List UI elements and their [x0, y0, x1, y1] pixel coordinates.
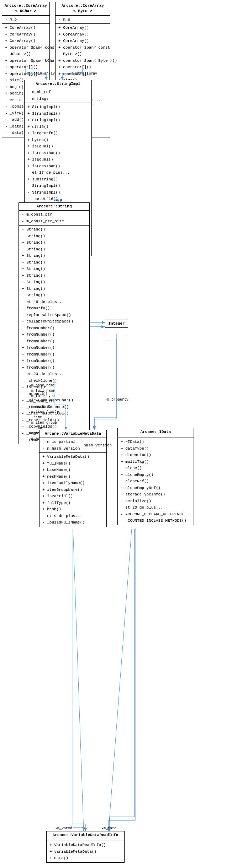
member: - _buildFullName() [41, 519, 105, 526]
member: + fromNumber() [21, 358, 88, 364]
box-corearray-uchar-fields: - m_p [2, 16, 49, 24]
member: + isPartial() [41, 493, 105, 500]
box-corearray-uchar-title: Arccore::CoreArray < UChar > [2, 2, 49, 16]
member: + dataType() [120, 445, 192, 452]
member: + CoreArray() [57, 25, 108, 31]
member: - m_p [4, 16, 48, 23]
member: + VariableMetaData() [41, 454, 105, 460]
member: + CoreArray() [4, 31, 48, 38]
box-arcstring-title: Arccore::String [19, 203, 89, 211]
member: + CoreArray() [4, 25, 48, 31]
box-stringimpl-title: Arccore::StringImpl [25, 80, 91, 88]
member: + String() [21, 292, 88, 299]
box-variable-data-read-info: Arcane::VariableDataReadInfo + VariableD… [46, 831, 125, 863]
svg-marker-13 [93, 426, 96, 430]
member: + cloneEmpty() [120, 472, 192, 478]
member: + operator Span< Byte >() [57, 58, 108, 64]
member: - m_flags [26, 96, 90, 102]
member: + multiTag() [120, 459, 192, 465]
member: + itemGroupName() [41, 487, 105, 493]
member: + fromNumber() [21, 338, 88, 345]
member: et 17 de plus... [26, 169, 90, 176]
member: + String() [21, 272, 88, 279]
member: + serialize() [120, 498, 192, 505]
svg-marker-21 [93, 427, 96, 430]
member: + meshName() [41, 473, 105, 480]
member: + CoreArray() [57, 31, 108, 38]
member: + dimension() [120, 452, 192, 459]
member: + storageTypeInfo() [120, 491, 192, 498]
box-variable-data-read-info-title: Arcane::VariableDataReadInfo [47, 831, 124, 839]
box-arcstring-fields: - m_const_ptr - m_const_ptr_size [19, 211, 89, 226]
diagram-container: Arccore::CoreArray < UChar > - m_p + Cor… [0, 0, 237, 868]
member: et 20 de plus... [120, 504, 192, 511]
member: + String() [21, 253, 88, 259]
member: + String() [21, 226, 88, 233]
member: + cloneEmptyRef() [120, 485, 192, 492]
box-variable-metadata-title: Arcane::VariableMetaData [40, 430, 106, 438]
member: + String() [21, 286, 88, 292]
svg-marker-20 [102, 321, 105, 324]
member: + isEqual() [26, 156, 90, 163]
member: + hash() [41, 506, 105, 513]
svg-line-6 [73, 529, 84, 831]
label-mp-string: -m_p [53, 198, 62, 202]
member: + fullType() [41, 500, 105, 506]
box-stringimpl-fields: - m_nb_ref - m_flags [25, 88, 91, 103]
member: + StringImpl() [26, 117, 90, 124]
member: Byte >() [57, 51, 108, 58]
hash-version-text: hash version [84, 443, 112, 447]
member: + data() [48, 855, 122, 862]
label-m-data: -m_data [101, 826, 116, 830]
box-variable-metadata-methods: + VariableMetaData() + fullName() + base… [40, 453, 106, 527]
member: + fromNumber() [21, 364, 88, 371]
member: + variableMetaData() [48, 848, 122, 855]
svg-marker-12 [101, 325, 105, 328]
member: + fromNumber() [21, 351, 88, 358]
member: + collapseWhiteSpace() [21, 318, 88, 325]
member: + fromNumber() [21, 325, 88, 332]
member: + CoreArray() [57, 38, 108, 44]
box-corearray-byte-title: Arccore::CoreArray< Byte > [56, 2, 110, 16]
member: _COUNTED_INCLASS_METHODS() [120, 517, 192, 524]
member: + baseName() [41, 467, 105, 473]
member: + StringImpl() [26, 110, 90, 117]
member: + itemFamilyName() [41, 480, 105, 487]
member: + String() [21, 279, 88, 286]
member: + VariableDataReadInfo() [48, 842, 122, 848]
member: + CoreArray() [4, 38, 48, 44]
label-utf16-array: -m_utf16_array [25, 72, 55, 76]
label-utf8-array: -m_utf8_array [69, 72, 97, 76]
box-variable-data-read-info-methods: + VariableDataReadInfo() + variableMetaD… [47, 841, 124, 862]
member: + operator Span< UChar >() [4, 58, 48, 64]
box-idata-title: Arcane::IData [118, 428, 194, 436]
member: + fromUtf8() [21, 305, 88, 312]
member: + String() [21, 259, 88, 266]
member: - m_p [57, 16, 108, 23]
box-corearray-byte-fields: - m_p [56, 16, 110, 24]
member: et 20 de plus... [21, 371, 88, 378]
box-integer-empty [105, 328, 128, 338]
member: - StringImpl() [26, 183, 90, 189]
label-m-property: -m_property [105, 398, 128, 402]
box-idata: Arcane::IData + ~IData() + dataType() + … [117, 428, 194, 525]
member: + ~IData() [120, 439, 192, 445]
member: UChar >() [4, 51, 48, 58]
member: - m_const_ptr_size [21, 218, 88, 225]
member: + String() [21, 266, 88, 272]
svg-marker-14 [82, 828, 85, 831]
member: + String() [21, 246, 88, 253]
member: - ARCCORE_DECLARE_REFERENCE [120, 511, 192, 518]
svg-marker-22 [84, 828, 87, 831]
svg-line-7 [109, 529, 132, 831]
member: + operator Span< const [57, 44, 108, 51]
member: + clone() [120, 465, 192, 472]
member: + replaceWhiteSpace() [21, 312, 88, 319]
member: + isLessThan() [26, 150, 90, 157]
member: + String() [21, 233, 88, 240]
label-m-varmd: -m_varmd [55, 826, 72, 830]
box-idata-methods: + ~IData() + dataType() + dimension() + … [118, 438, 194, 525]
member: + cloneRef() [120, 478, 192, 485]
member: + operator[]() [4, 64, 48, 71]
member: + String() [21, 239, 88, 246]
